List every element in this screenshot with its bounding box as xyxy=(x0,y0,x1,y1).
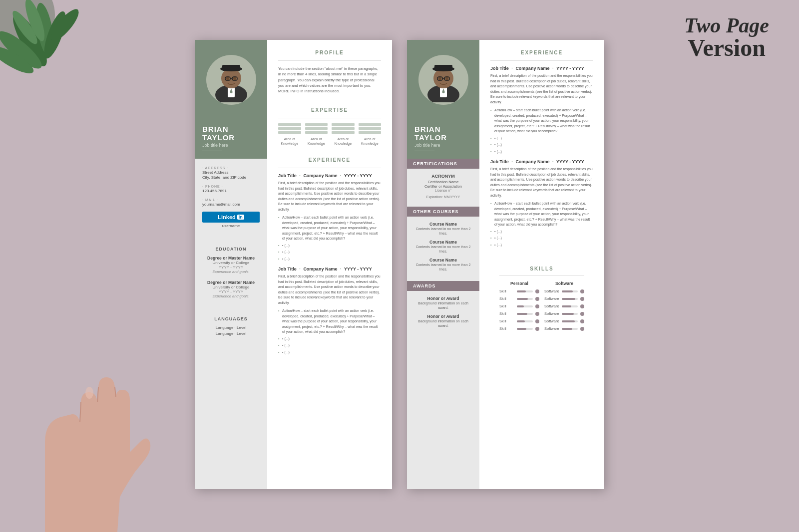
skill-s1-dot xyxy=(580,289,584,293)
skills-columns: Personal Skill Skill xyxy=(499,281,584,334)
job2-bullet3: • (...) xyxy=(278,343,381,348)
skill-p6-label: Skill xyxy=(499,326,514,331)
skill-p3-bar xyxy=(517,305,533,307)
job2-bullet4: • (...) xyxy=(278,350,381,355)
experience-section-p2: EXPERIENCE Job Title · Company Name · YY… xyxy=(490,50,593,253)
skill-s6-fill xyxy=(562,328,572,330)
job1-dates: YYYY - YYYY xyxy=(344,173,372,178)
person-job-title-p2: Job title here xyxy=(414,143,472,148)
linkedin-username: username xyxy=(202,224,260,228)
expertise-col-4: Area ofKnowledge xyxy=(359,123,382,146)
skills-software-header: Software xyxy=(544,281,584,286)
expertise-label-1: Area ofKnowledge xyxy=(278,137,301,146)
skill-p6-bar xyxy=(517,328,533,330)
job-p2-2-title: Job Title xyxy=(490,159,509,164)
experience-divider-p2 xyxy=(490,60,593,61)
certifications-title: CERTIFICATIONS xyxy=(413,161,473,166)
avatar-p2 xyxy=(418,55,468,105)
skill-personal-4: Skill xyxy=(499,311,539,316)
job1-title-line: Job Title · Company Name · YYYY - YYYY xyxy=(278,173,381,178)
address-label: · ADDRESS · xyxy=(202,166,260,170)
skills-divider xyxy=(499,275,584,276)
skill-s4-label: Software xyxy=(544,311,559,316)
expertise-col-2: Area ofKnowledge xyxy=(305,123,328,146)
address-line1: Street Address xyxy=(202,170,260,175)
job-p2-1-company: Company Name xyxy=(515,66,549,71)
awards-section: Honor or Award Background information on… xyxy=(407,291,479,337)
skill-s5-bar xyxy=(562,320,578,322)
job2-title-line: Job Title · Company Name · YYYY - YYYY xyxy=(278,266,381,271)
job-entry-p2-2: Job Title · Company Name · YYYY - YYYY F… xyxy=(490,159,593,248)
avatar-illustration xyxy=(211,57,251,102)
skill-s1-bar xyxy=(562,290,578,292)
avatar-illustration-p2 xyxy=(423,57,463,102)
sidebar-name-area: BRIAN TAYLOR Job title here xyxy=(195,120,267,159)
skill-s3-bar xyxy=(562,305,578,307)
expertise-col-1: Area ofKnowledge xyxy=(278,123,301,146)
edu2-degree: Degree or Master Name xyxy=(202,280,260,285)
skill-p4-bar xyxy=(517,313,533,315)
course2-desc: Contents learned in no more than 2 lines… xyxy=(413,245,473,254)
skill-s3-dot xyxy=(580,304,584,308)
skill-software-6: Software xyxy=(544,326,584,331)
expertise-title: EXPERTISE xyxy=(278,107,381,113)
skill-s4-bar xyxy=(562,313,578,315)
skills-section: SKILLS Personal Skill xyxy=(490,259,593,341)
skill-p6-dot xyxy=(535,327,539,331)
skills-personal-col: Personal Skill Skill xyxy=(499,281,539,334)
name-divider xyxy=(202,151,222,151)
page1-content: BRIAN TAYLOR Job title here · ADDRESS · … xyxy=(195,40,392,489)
photo-area xyxy=(195,40,267,120)
sidebar-page1: BRIAN TAYLOR Job title here · ADDRESS · … xyxy=(195,40,267,489)
experience-title-p2: EXPERIENCE xyxy=(490,50,593,55)
job1-bullet4: • (...) xyxy=(278,257,381,262)
education-title: EDUCATION xyxy=(202,247,260,252)
expertise-bars: Area ofKnowledge Area ofKnowledge xyxy=(278,123,381,146)
svg-rect-26 xyxy=(434,65,452,71)
skill-p1-bar xyxy=(517,290,533,292)
expertise-bar-3b xyxy=(332,127,355,130)
job2-title: Job Title xyxy=(278,266,297,271)
job2-dates: YYYY - YYYY xyxy=(344,266,372,271)
job2-company: Company Name xyxy=(303,266,337,271)
job-entry-1: Job Title · Company Name · YYYY - YYYY F… xyxy=(278,173,381,262)
expertise-section: EXPERTISE Area ofKnowledge xyxy=(278,107,381,150)
experience-section-1: EXPERIENCE Job Title · Company Name · YY… xyxy=(278,157,381,356)
contact-section: · ADDRESS · Street Address City, State, … xyxy=(195,159,267,241)
expertise-col-3: Area ofKnowledge xyxy=(332,123,355,146)
job-p2-1-sep1: · xyxy=(511,66,514,71)
job-p2-2-bullet3: • (...) xyxy=(490,236,593,241)
resumes-wrapper: BRIAN TAYLOR Job title here · ADDRESS · … xyxy=(0,0,799,519)
skill-p2-bar xyxy=(517,298,533,300)
skill-p4-dot xyxy=(535,312,539,316)
certifications-header: CERTIFICATIONS xyxy=(407,159,479,169)
education-section: EDUCATION Degree or Master Name Universi… xyxy=(195,241,267,310)
language-2: Language · Level xyxy=(202,331,260,336)
profile-divider xyxy=(278,60,381,61)
expertise-bar-4c xyxy=(359,131,382,134)
phone-value: 123.456.7891 xyxy=(202,189,260,193)
skill-s5-dot xyxy=(580,319,584,323)
linkedin-box[interactable]: Linked in xyxy=(202,212,260,223)
skill-personal-5: Skill xyxy=(499,319,539,323)
skill-software-5: Software xyxy=(544,319,584,323)
main-content-page1: PROFILE You can include the section "abo… xyxy=(267,40,392,489)
edu1-years: YYYY - YYYY xyxy=(202,265,260,269)
expertise-bar-3c xyxy=(332,131,355,134)
skill-s3-label: Software xyxy=(544,304,559,308)
other-courses-section: Course Name Contents learned in no more … xyxy=(407,217,479,281)
job-p2-1-sep2: · xyxy=(552,66,555,71)
skill-p5-fill xyxy=(517,320,525,322)
other-courses-title: OTHER COURSES xyxy=(413,209,473,214)
avatar xyxy=(206,55,256,105)
skill-p4-label: Skill xyxy=(499,311,514,316)
sidebar-page2: BRIAN TAYLOR Job title here CERTIFICATIO… xyxy=(407,40,479,489)
job-p2-2-title-line: Job Title · Company Name · YYYY - YYYY xyxy=(490,159,593,164)
profile-text: You can include the section "about me" i… xyxy=(278,66,381,94)
job-p2-2-company: Company Name xyxy=(515,159,549,164)
photo-area-p2 xyxy=(407,40,479,120)
awards-header: AWARDS xyxy=(407,281,479,291)
certifications-section: ACRONYM Certification Name Certifier or … xyxy=(407,169,479,207)
skill-p3-dot xyxy=(535,304,539,308)
job-entry-2: Job Title · Company Name · YYYY - YYYY F… xyxy=(278,266,381,355)
